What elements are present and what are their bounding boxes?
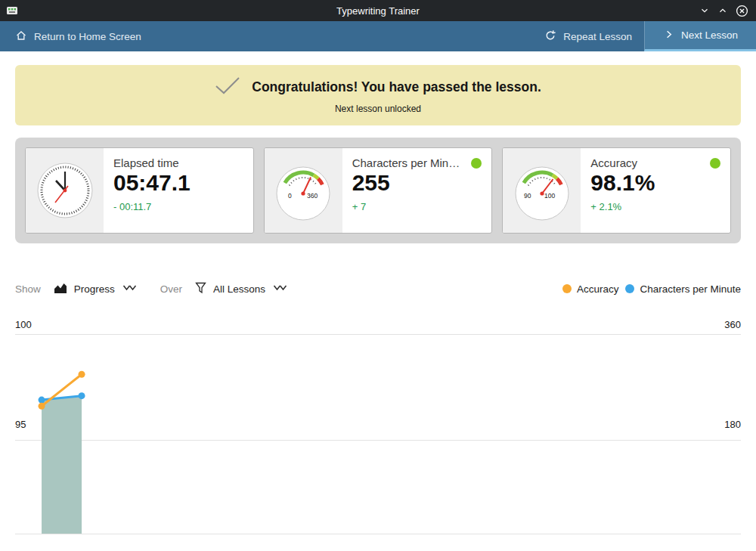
progress-selector[interactable]: Progress <box>54 282 138 296</box>
stat-label: Accuracy <box>590 156 705 169</box>
toolbar: Return to Home Screen Repeat Lesson Next… <box>0 21 756 51</box>
stats-panel: Elapsed time 05:47.1 - 00:11.7 0 360 Cha… <box>15 138 741 243</box>
improvement-dot <box>471 158 482 169</box>
gauge-min-label: 0 <box>288 192 292 200</box>
next-lesson-button[interactable]: Next Lesson <box>644 21 756 51</box>
window-controls <box>699 5 748 17</box>
legend-accuracy-dot <box>562 284 572 293</box>
right-axis-tick: 180 <box>724 419 741 430</box>
return-home-label: Return to Home Screen <box>34 31 141 42</box>
improvement-dot <box>710 158 720 169</box>
next-lesson-label: Next Lesson <box>681 29 738 41</box>
congratulations-banner: Congratulations! You have passed the les… <box>15 65 741 125</box>
repeat-lesson-button[interactable]: Repeat Lesson <box>532 21 644 51</box>
gridline <box>15 534 741 534</box>
gauge-max-label: 360 <box>307 192 318 200</box>
stat-label: Elapsed time <box>113 156 243 169</box>
toolbar-spacer <box>153 21 532 51</box>
cpm-card: 0 360 Characters per Min… 255 + 7 <box>264 147 493 234</box>
banner-subtitle: Next lesson unlocked <box>335 104 421 114</box>
double-chevron-down-icon <box>272 283 288 295</box>
left-axis-tick: 100 <box>15 319 32 330</box>
typewriting-trainer-window: { "titlebar": { "title": "Typewriting Tr… <box>0 0 756 551</box>
stat-value: 98.1% <box>590 170 720 196</box>
legend-accuracy: Accuracy <box>562 283 619 295</box>
repeat-lesson-label: Repeat Lesson <box>563 31 632 42</box>
chart-filter-row: Show Progress Over All Lessons Accu <box>15 278 741 299</box>
chevron-right-icon <box>663 29 674 42</box>
minimize-icon[interactable] <box>699 5 710 16</box>
legend-cpm-dot <box>625 284 634 293</box>
right-axis-tick: 360 <box>724 319 741 330</box>
show-label: Show <box>15 283 41 295</box>
clock-icon <box>26 148 104 233</box>
double-chevron-down-icon <box>122 283 138 295</box>
lessons-filter-selector[interactable]: All Lessons <box>195 282 288 296</box>
gauge-min-label: 90 <box>524 192 531 200</box>
progress-selector-label: Progress <box>74 283 115 295</box>
close-icon[interactable] <box>736 5 748 17</box>
legend-cpm: Characters per Minute <box>625 283 741 295</box>
progress-chart-icon <box>54 282 67 296</box>
stat-value: 255 <box>352 170 482 196</box>
stat-delta: + 2.1% <box>590 201 720 212</box>
lessons-filter-label: All Lessons <box>213 283 265 295</box>
titlebar: Typewriting Trainer <box>0 0 756 21</box>
maximize-icon[interactable] <box>717 5 728 16</box>
left-axis-tick: 95 <box>15 419 26 430</box>
accuracy-gauge-icon: 90 100 <box>503 148 581 233</box>
accuracy-card: 90 100 Accuracy 98.1% + 2.1% <box>502 147 731 234</box>
elapsed-time-card: Elapsed time 05:47.1 - 00:11.7 <box>25 147 254 234</box>
stat-delta: - 00:11.7 <box>113 201 243 212</box>
speed-gauge-icon: 0 360 <box>265 148 342 233</box>
refresh-icon <box>544 29 556 44</box>
checkmark-icon <box>215 76 240 98</box>
progress-chart: 100 360 95 180 <box>15 319 741 546</box>
return-home-button[interactable]: Return to Home Screen <box>3 21 153 51</box>
gridline <box>15 334 741 335</box>
gauge-max-label: 100 <box>544 192 555 200</box>
chart-canvas <box>15 319 741 546</box>
over-label: Over <box>160 283 182 295</box>
app-icon <box>6 5 18 17</box>
gridline <box>15 440 741 441</box>
funnel-icon <box>195 282 206 296</box>
legend-cpm-label: Characters per Minute <box>640 283 741 295</box>
window-title: Typewriting Trainer <box>0 5 756 17</box>
stat-value: 05:47.1 <box>113 170 243 196</box>
banner-title: Congratulations! You have passed the les… <box>252 79 541 95</box>
home-icon <box>15 29 27 44</box>
chart-legend: Accuracy Characters per Minute <box>562 283 741 295</box>
stat-delta: + 7 <box>352 201 482 212</box>
legend-accuracy-label: Accuracy <box>577 283 619 295</box>
stat-label: Characters per Min… <box>352 156 467 169</box>
